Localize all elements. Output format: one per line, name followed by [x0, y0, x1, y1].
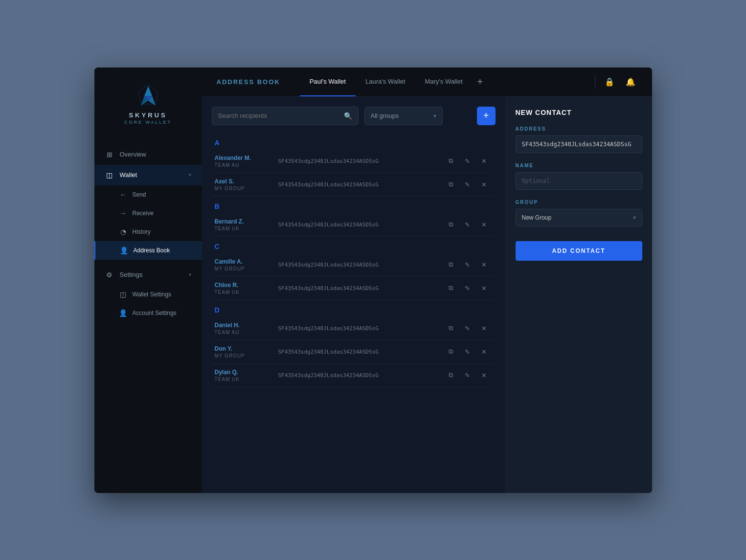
sidebar-item-history[interactable]: ◔ History — [94, 223, 202, 241]
edit-button[interactable]: ✎ — [461, 322, 474, 335]
sidebar-account-settings-label: Account Settings — [133, 310, 177, 316]
delete-button[interactable]: ✕ — [478, 155, 491, 167]
sidebar-nav: ⊞ Overview ◫ Wallet ▾ ← Send → Receive ◔… — [94, 134, 202, 493]
contact-group: MY GROUP — [215, 266, 278, 271]
contact-address: SF43543sdg2340JLsdas34234ASDSsG — [278, 372, 445, 379]
tab-pauls-wallet[interactable]: Paul's Wallet — [300, 67, 356, 97]
table-row: Daniel H. TEAM AU SF43543sdg2340JLsdas34… — [212, 317, 494, 340]
contact-info: Alexander M. TEAM AU — [215, 155, 278, 168]
contact-group: TEAM UK — [215, 377, 278, 382]
copy-button[interactable]: ⧉ — [445, 258, 457, 271]
main-content: ADDRESS BOOK Paul's Wallet Laura's Walle… — [202, 67, 652, 493]
contact-actions: ⧉ ✎ ✕ — [445, 258, 491, 271]
add-contact-button[interactable]: ADD CONTACT — [516, 241, 642, 261]
copy-button[interactable]: ⧉ — [445, 345, 457, 358]
app-name: SKYRUS — [129, 112, 167, 119]
address-input[interactable] — [516, 135, 642, 153]
copy-button[interactable]: ⧉ — [445, 282, 457, 294]
tab-marys-wallet[interactable]: Mary's Wallet — [415, 67, 472, 97]
table-row: Alexander M. TEAM AU SF43543sdg2340JLsda… — [212, 150, 494, 173]
sidebar-wallet-settings-label: Wallet Settings — [133, 291, 172, 298]
contact-address: SF43543sdg2340JLsdas34234ASDSsG — [278, 349, 445, 355]
wallet-settings-icon: ◫ — [119, 290, 128, 299]
copy-button[interactable]: ⧉ — [445, 369, 457, 381]
group-select-wrap: New Group MY GROUP TEAM AU TEAM UK ▾ — [516, 209, 642, 226]
edit-button[interactable]: ✎ — [461, 155, 474, 167]
delete-button[interactable]: ✕ — [478, 345, 491, 358]
tab-lauras-wallet[interactable]: Laura's Wallet — [356, 67, 415, 97]
edit-button[interactable]: ✎ — [461, 258, 474, 271]
sidebar-item-settings[interactable]: ⚙ Settings ▾ — [94, 265, 202, 285]
wallet-chevron-icon: ▾ — [189, 172, 191, 178]
delete-button[interactable]: ✕ — [478, 218, 491, 231]
group-letter-c: C — [212, 237, 494, 253]
contact-name: Daniel H. — [215, 322, 278, 329]
contact-group: TEAM AU — [215, 330, 278, 335]
copy-button[interactable]: ⧉ — [445, 322, 457, 335]
group-letter-b: B — [212, 197, 494, 213]
contact-name: Don Y. — [215, 345, 278, 352]
contact-address: SF43543sdg2340JLsdas34234ASDSsG — [278, 181, 445, 188]
edit-button[interactable]: ✎ — [461, 178, 474, 191]
sidebar-item-send[interactable]: ← Send — [94, 185, 202, 204]
edit-button[interactable]: ✎ — [461, 345, 474, 358]
notification-icon[interactable]: 🔔 — [624, 75, 637, 89]
edit-button[interactable]: ✎ — [461, 218, 474, 231]
contact-info: Bernard Z. TEAM UK — [215, 218, 278, 231]
sidebar-item-account-settings[interactable]: 👤 Account Settings — [94, 304, 202, 322]
contact-info: Don Y. MY GROUP — [215, 345, 278, 358]
sidebar-history-label: History — [133, 228, 151, 235]
copy-button[interactable]: ⧉ — [445, 155, 457, 167]
contact-address: SF43543sdg2340JLsdas34234ASDSsG — [278, 285, 445, 291]
edit-button[interactable]: ✎ — [461, 369, 474, 381]
grid-icon: ⊞ — [105, 150, 114, 159]
group-filter-select[interactable]: All groups MY GROUP TEAM AU TEAM UK — [371, 112, 430, 119]
delete-button[interactable]: ✕ — [478, 178, 491, 191]
delete-button[interactable]: ✕ — [478, 369, 491, 381]
contact-group: MY GROUP — [215, 353, 278, 358]
edit-button[interactable]: ✎ — [461, 282, 474, 294]
group-select[interactable]: New Group MY GROUP TEAM AU TEAM UK — [522, 214, 629, 221]
search-bar: 🔍 All groups MY GROUP TEAM AU TEAM UK ▾ … — [212, 107, 496, 125]
sidebar-item-wallet[interactable]: ◫ Wallet ▾ — [94, 165, 202, 185]
name-form-group: NAME — [516, 163, 642, 190]
sidebar-item-receive[interactable]: → Receive — [94, 204, 202, 223]
lock-icon[interactable]: 🔒 — [603, 75, 616, 89]
sidebar-overview-label: Overview — [120, 151, 191, 158]
page-title: ADDRESS BOOK — [217, 78, 280, 86]
copy-button[interactable]: ⧉ — [445, 218, 457, 231]
contact-actions: ⧉ ✎ ✕ — [445, 178, 491, 191]
contact-address: SF43543sdg2340JLsdas34234ASDSsG — [278, 262, 445, 268]
delete-button[interactable]: ✕ — [478, 282, 491, 294]
sidebar-address-book-label: Address Book — [134, 247, 170, 254]
add-wallet-button[interactable]: + — [473, 76, 488, 88]
search-icon: 🔍 — [344, 112, 352, 120]
new-contact-title: NEW CONTACT — [516, 109, 642, 116]
body-area: 🔍 All groups MY GROUP TEAM AU TEAM UK ▾ … — [202, 97, 652, 493]
filter-chevron-icon: ▾ — [433, 112, 436, 119]
add-contact-quick-button[interactable]: + — [477, 107, 496, 125]
delete-button[interactable]: ✕ — [478, 322, 491, 335]
wallet-tabs: Paul's Wallet Laura's Wallet Mary's Wall… — [300, 67, 588, 97]
address-form-group: ADDRESS — [516, 126, 642, 153]
search-input-wrap: 🔍 — [212, 107, 359, 125]
sidebar-item-wallet-settings[interactable]: ◫ Wallet Settings — [94, 285, 202, 304]
contact-info: Axel S. MY GROUP — [215, 178, 278, 191]
contact-actions: ⧉ ✎ ✕ — [445, 369, 491, 381]
group-letter-d: D — [212, 300, 494, 317]
app-subtitle: CORE WALLET — [124, 120, 172, 125]
group-letter-a: A — [212, 133, 494, 150]
name-input[interactable] — [516, 172, 642, 190]
person-gear-icon: 👤 — [119, 309, 128, 317]
search-input[interactable] — [218, 112, 341, 119]
table-row: Chloe R. TEAM UK SF43543sdg2340JLsdas342… — [212, 277, 494, 300]
contact-group: TEAM UK — [215, 226, 278, 231]
contact-info: Camille A. MY GROUP — [215, 258, 278, 271]
address-label: ADDRESS — [516, 126, 642, 132]
sidebar-item-overview[interactable]: ⊞ Overview — [94, 144, 202, 165]
copy-button[interactable]: ⧉ — [445, 178, 457, 191]
sidebar-send-label: Send — [133, 191, 146, 198]
new-contact-panel: NEW CONTACT ADDRESS NAME GROUP New Group… — [505, 97, 652, 493]
delete-button[interactable]: ✕ — [478, 258, 491, 271]
sidebar-item-address-book[interactable]: 👤 Address Book — [94, 241, 202, 260]
